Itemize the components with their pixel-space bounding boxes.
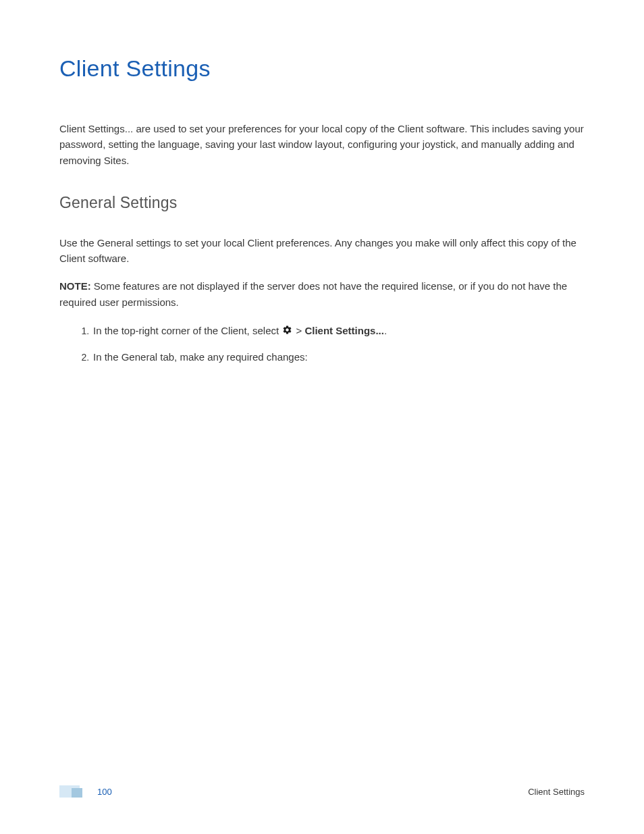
- footer-decoration-icon: [59, 784, 90, 799]
- step-1-prefix: In the top-right corner of the Client, s…: [93, 325, 281, 336]
- page-title: Client Settings: [59, 55, 585, 82]
- section-intro: Use the General settings to set your loc…: [59, 235, 585, 267]
- page-content: Client Settings Client Settings... are u…: [0, 0, 644, 365]
- step-1-gt: >: [293, 325, 304, 336]
- step-1-bold: Client Settings...: [304, 325, 384, 336]
- step-1-suffix: .: [384, 325, 387, 336]
- intro-paragraph: Client Settings... are used to set your …: [59, 121, 585, 168]
- note-label: NOTE:: [59, 280, 91, 292]
- page-number: 100: [97, 787, 112, 797]
- gear-icon: [282, 324, 292, 340]
- step-1: In the top-right corner of the Client, s…: [92, 323, 585, 339]
- footer-section-name: Client Settings: [528, 787, 585, 797]
- footer-left: 100: [59, 784, 112, 799]
- note-paragraph: NOTE: Some features are not displayed if…: [59, 278, 585, 310]
- note-text: Some features are not displayed if the s…: [59, 280, 567, 307]
- steps-list: In the top-right corner of the Client, s…: [59, 323, 585, 365]
- step-2: In the General tab, make any required ch…: [92, 350, 585, 365]
- section-heading: General Settings: [59, 194, 585, 212]
- page-footer: 100 Client Settings: [0, 784, 644, 799]
